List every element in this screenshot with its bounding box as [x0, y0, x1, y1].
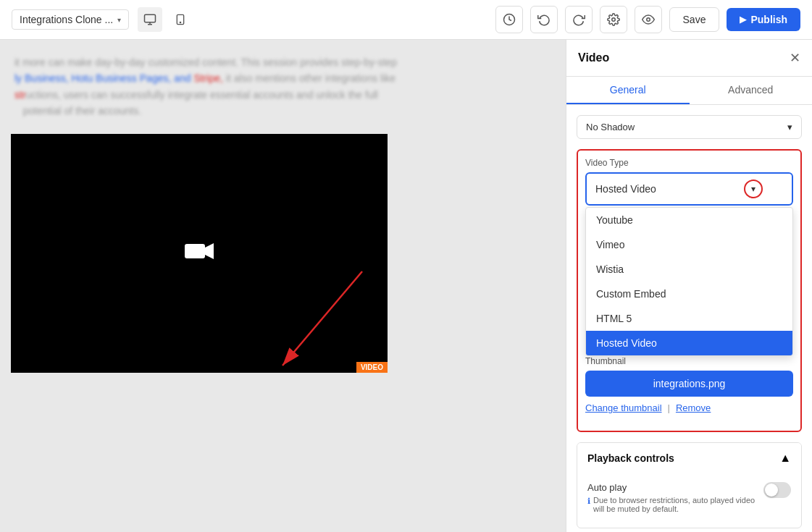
dropdown-item-youtube[interactable]: Youtube — [586, 208, 792, 232]
autoplay-info: Auto play ℹ Due to browser restrictions,… — [587, 482, 763, 513]
publish-label: Publish — [750, 14, 787, 25]
dropdown-item-hosted-video[interactable]: Hosted Video — [586, 331, 792, 355]
playback-collapse-icon: ▲ — [779, 452, 791, 465]
toolbar-left: Integrations Clone ... ▾ — [12, 7, 193, 32]
main-content: it more can make day-by-day customized c… — [0, 40, 812, 532]
dropdown-item-vimeo[interactable]: Vimeo — [586, 232, 792, 257]
project-name-label: Integrations Clone ... — [20, 14, 113, 25]
video-type-select[interactable]: Hosted Video ▾ — [585, 172, 793, 206]
playback-section: Playback controls ▲ Auto play ℹ Due to b… — [577, 442, 802, 528]
video-type-select-wrapper: Hosted Video ▾ Youtube Vimeo Wistia Cust… — [585, 172, 793, 356]
video-type-label: Video Type — [585, 158, 793, 168]
autoplay-info-icon: ℹ — [587, 497, 590, 506]
svg-rect-6 — [185, 244, 205, 258]
panel-title: Video — [578, 51, 609, 64]
undo-button[interactable] — [530, 6, 558, 33]
svg-point-5 — [646, 18, 650, 22]
history-button[interactable] — [495, 6, 523, 33]
svg-point-4 — [611, 18, 615, 22]
change-thumbnail-link[interactable]: Change thumbnail — [585, 402, 662, 413]
panel-close-button[interactable]: ✕ — [790, 50, 800, 66]
autoplay-toggle[interactable] — [763, 482, 791, 498]
autoplay-row: Auto play ℹ Due to browser restrictions,… — [587, 482, 791, 513]
panel-body: No Shadow ▾ Video Type Hosted Video ▾ Yo… — [566, 105, 812, 532]
canvas-area[interactable]: it more can make day-by-day customized c… — [0, 40, 566, 532]
settings-button[interactable] — [600, 6, 627, 33]
shadow-label: No Shadow — [586, 122, 635, 132]
canvas-blurred-text: it more can make day-by-day customized c… — [14, 54, 551, 119]
video-type-section: Video Type Hosted Video ▾ Youtube Vimeo … — [577, 149, 802, 432]
remove-thumbnail-link[interactable]: Remove — [676, 402, 711, 413]
desktop-view-button[interactable] — [138, 7, 162, 32]
thumbnail-label: Thumbnail — [585, 356, 793, 366]
shadow-dropdown[interactable]: No Shadow ▾ — [577, 115, 802, 139]
device-icons — [138, 7, 193, 32]
toolbar-right: Save ▶ Publish — [495, 6, 800, 33]
dropdown-item-html5[interactable]: HTML 5 — [586, 306, 792, 331]
thumbnail-actions: Change thumbnail | Remove — [585, 402, 793, 413]
thumbnail-section: Thumbnail integrations.png Change thumbn… — [585, 356, 793, 413]
mobile-view-button[interactable] — [168, 7, 193, 32]
project-chevron-icon: ▾ — [117, 16, 121, 24]
panel-tabs: General Advanced — [566, 77, 812, 105]
publish-button[interactable]: ▶ Publish — [727, 8, 800, 31]
publish-play-icon: ▶ — [740, 14, 746, 25]
autoplay-note: ℹ Due to browser restrictions, auto play… — [587, 496, 763, 513]
video-type-selected-value: Hosted Video — [595, 183, 656, 195]
svg-rect-0 — [145, 14, 156, 22]
thumbnail-separator: | — [668, 402, 670, 413]
dropdown-item-wistia[interactable]: Wistia — [586, 257, 792, 282]
tab-advanced[interactable]: Advanced — [690, 77, 813, 104]
panel-header: Video ✕ — [566, 40, 812, 77]
redo-button[interactable] — [565, 6, 593, 33]
shadow-chevron-icon: ▾ — [787, 122, 792, 132]
svg-point-2 — [180, 22, 181, 22]
top-toolbar: Integrations Clone ... ▾ Save — [0, 0, 812, 40]
camera-icon — [185, 238, 214, 269]
video-type-chevron-icon: ▾ — [744, 180, 763, 198]
preview-button[interactable] — [635, 6, 662, 33]
dropdown-item-custom-embed[interactable]: Custom Embed — [586, 282, 792, 306]
playback-header[interactable]: Playback controls ▲ — [577, 443, 801, 473]
right-panel: Video ✕ General Advanced No Shadow ▾ Vid… — [566, 40, 812, 532]
canvas-content: it more can make day-by-day customized c… — [0, 40, 566, 387]
autoplay-note-text: Due to browser restrictions, auto played… — [593, 496, 763, 513]
playback-body: Auto play ℹ Due to browser restrictions,… — [577, 473, 801, 528]
tab-general[interactable]: General — [566, 77, 690, 104]
thumbnail-file-button[interactable]: integrations.png — [585, 371, 793, 397]
project-name-dropdown[interactable]: Integrations Clone ... ▾ — [12, 9, 129, 30]
playback-title: Playback controls — [587, 452, 674, 464]
autoplay-label: Auto play — [587, 482, 763, 493]
video-type-dropdown: Youtube Vimeo Wistia Custom Embed HTML 5… — [585, 207, 793, 356]
video-block: VIDEO — [11, 134, 388, 373]
svg-marker-7 — [205, 243, 214, 259]
save-button[interactable]: Save — [669, 7, 720, 32]
video-badge: VIDEO — [356, 362, 388, 373]
